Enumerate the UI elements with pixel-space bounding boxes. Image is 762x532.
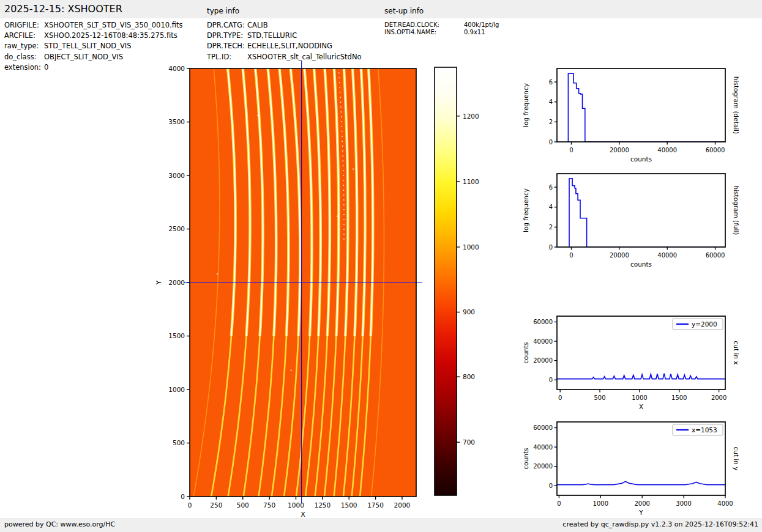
cut_x-legend: y=2000: [673, 319, 723, 330]
svg-text:1000: 1000: [288, 501, 304, 509]
footer-powered-by: powered by QC: www.eso.org/HC: [4, 520, 115, 528]
meta-row: ARCFILE:XSHOO.2025-12-16T08:48:35.275.fi…: [4, 31, 182, 41]
cut_x-axes: 05001000150020000200004000060000Xcountsc…: [522, 319, 740, 410]
svg-text:20000: 20000: [533, 357, 553, 364]
type-info-column: DPR.CATG:CALIB DPR.TYPE:STD,TELLURIC DPR…: [207, 20, 362, 62]
svg-text:0: 0: [549, 244, 553, 251]
meta-value: CALIB: [247, 21, 268, 29]
svg-text:900: 900: [463, 308, 475, 316]
meta-label: ARCFILE:: [4, 31, 44, 41]
svg-text:log frequency: log frequency: [522, 83, 529, 127]
svg-text:1000: 1000: [632, 394, 647, 401]
svg-text:2000: 2000: [711, 394, 727, 401]
meta-label: DPR.TYPE:: [207, 31, 247, 41]
svg-text:0: 0: [181, 493, 185, 500]
svg-text:60000: 60000: [706, 147, 725, 153]
svg-text:800: 800: [463, 373, 475, 380]
svg-text:0: 0: [549, 139, 553, 146]
meta-label: DPR.CATG:: [207, 20, 247, 31]
meta-value: 400k/1pt/lg: [464, 21, 499, 28]
meta-value: ECHELLE,SLIT,NODDING: [247, 42, 332, 50]
meta-value: STD_TELL_SLIT_NOD_VIS: [44, 42, 131, 50]
svg-text:0: 0: [549, 482, 553, 489]
svg-text:3000: 3000: [168, 172, 185, 179]
meta-row: raw_type:STD_TELL_SLIT_NOD_VIS: [4, 41, 182, 51]
meta-label: DET.READ.CLOCK:: [384, 21, 464, 29]
svg-text:0: 0: [569, 252, 573, 259]
svg-text:4000: 4000: [168, 65, 185, 72]
qc-report-page: 2025-12-15: XSHOOTER type info set-up in…: [0, 0, 762, 532]
meta-label: DPR.TECH:: [207, 41, 247, 51]
svg-text:Y: Y: [638, 509, 643, 516]
svg-text:x=1053: x=1053: [692, 426, 717, 434]
meta-value: STD,TELLURIC: [247, 31, 297, 40]
svg-text:4: 4: [549, 204, 553, 210]
svg-text:counts: counts: [630, 260, 652, 268]
svg-text:X: X: [639, 403, 643, 410]
hist_detail-series-line: [568, 73, 725, 142]
svg-text:500: 500: [237, 501, 249, 509]
svg-text:500: 500: [594, 394, 606, 401]
hist_full-series-line: [569, 179, 725, 247]
meta-row: DPR.TECH:ECHELLE,SLIT,NODDING: [207, 41, 362, 51]
svg-text:60000: 60000: [533, 319, 553, 325]
svg-text:cut in y: cut in y: [733, 446, 740, 470]
svg-text:y=2000: y=2000: [692, 320, 717, 328]
svg-text:4000: 4000: [717, 500, 733, 507]
svg-text:2000: 2000: [634, 500, 649, 507]
meta-value: 0: [44, 63, 48, 72]
meta-row: ORIGFILE:XSHOOTER_SLT_STD_VIS_350_0010.f…: [4, 20, 182, 31]
meta-row: DPR.CATG:CALIB: [207, 20, 362, 31]
cut_y-series-line: [557, 481, 725, 484]
setup-info-column: DET.READ.CLOCK:400k/1pt/lg INS.OPTI4.NAM…: [384, 21, 499, 36]
meta-value: XSHOOTER_SLT_STD_VIS_350_0010.fits: [44, 21, 182, 29]
meta-row: DET.READ.CLOCK:400k/1pt/lg: [384, 21, 499, 29]
svg-text:0: 0: [557, 500, 561, 507]
svg-text:250: 250: [210, 501, 222, 509]
svg-text:20000: 20000: [533, 463, 553, 470]
svg-text:20000: 20000: [610, 252, 629, 259]
svg-text:1500: 1500: [671, 394, 687, 401]
cut-in-x-plot: 05001000150020000200004000060000Xcountsc…: [520, 306, 762, 412]
cut-in-y-plot: 010002000300040000200004000060000Ycounts…: [520, 412, 762, 518]
type-info-section-title: type info: [207, 7, 239, 15]
svg-text:750: 750: [263, 501, 275, 509]
meta-value: XSHOO.2025-12-16T08:48:35.275.fits: [44, 31, 177, 40]
svg-text:2: 2: [549, 119, 553, 125]
histogram-detail-plot: 02000040000600000246countslog frequencyh…: [520, 58, 762, 164]
svg-text:counts: counts: [630, 155, 652, 163]
cut_y-axes: 010002000300040000200004000060000Ycounts…: [522, 424, 740, 516]
svg-text:6: 6: [549, 184, 553, 191]
meta-label: raw_type:: [4, 41, 44, 51]
svg-text:2500: 2500: [168, 225, 185, 232]
svg-text:2000: 2000: [168, 279, 185, 286]
svg-text:2: 2: [549, 224, 553, 231]
meta-label: ORIGFILE:: [4, 20, 44, 31]
svg-text:log frequency: log frequency: [522, 188, 529, 232]
main-detector-image-figure: 0250500750100012501500175020000500100015…: [153, 58, 496, 524]
hist_full-axes: 02000040000600000246countslog frequencyh…: [522, 184, 740, 268]
svg-text:1000: 1000: [593, 500, 608, 507]
meta-value: 0.9x11: [464, 29, 485, 35]
svg-text:3000: 3000: [676, 500, 691, 507]
svg-text:4: 4: [549, 98, 553, 105]
svg-text:1000: 1000: [168, 386, 185, 393]
svg-text:counts: counts: [522, 342, 529, 363]
cut_y-legend: x=1053: [673, 424, 723, 435]
svg-text:40000: 40000: [657, 252, 677, 259]
svg-text:histogram (full): histogram (full): [733, 186, 740, 235]
svg-text:700: 700: [463, 438, 475, 446]
hist_full-frame: [557, 174, 725, 247]
page-title: 2025-12-15: XSHOOTER: [4, 3, 122, 15]
svg-text:0: 0: [569, 147, 573, 153]
svg-text:0: 0: [558, 394, 562, 401]
colorbar: 120011001000900800700: [435, 67, 479, 495]
svg-text:histogram (detail): histogram (detail): [733, 76, 740, 134]
svg-text:1250: 1250: [314, 501, 331, 509]
svg-text:60000: 60000: [706, 252, 725, 259]
svg-text:0: 0: [188, 501, 192, 509]
svg-text:6: 6: [549, 79, 553, 86]
svg-text:500: 500: [173, 439, 185, 446]
meta-label: do_class:: [4, 52, 44, 62]
cut_x-series-line: [557, 374, 725, 379]
